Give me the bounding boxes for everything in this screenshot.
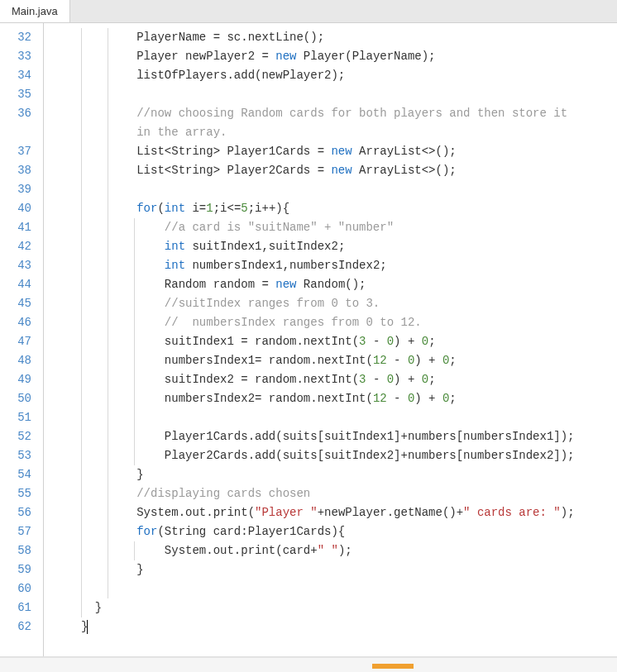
code-line[interactable] (81, 85, 617, 104)
token-num: 0 (422, 373, 428, 386)
code-line[interactable]: numbersIndex2= random.nextInt(12 - 0) + … (81, 389, 617, 408)
code-line[interactable]: //suitIndex ranges from 0 to 3. (81, 294, 617, 313)
line-number: 40 (0, 199, 31, 218)
indent-guide (108, 560, 108, 579)
token-id: suitIndex2 = random.nextInt( (165, 373, 359, 386)
indent-guide (134, 256, 135, 275)
token-id: } (95, 601, 102, 614)
code-line[interactable]: // numbersIndex ranges from 0 to 12. (81, 313, 617, 332)
code-line[interactable]: } (81, 465, 617, 484)
code-area[interactable]: PlayerName = sc.nextLine(); Player newPl… (81, 23, 617, 672)
line-number: 50 (0, 389, 31, 408)
token-cmt: //a card is "suitName" + "number" (165, 221, 394, 234)
line-number: 47 (0, 332, 31, 351)
token-id: Player newPlayer2 = (136, 50, 275, 63)
line-number: 52 (0, 427, 31, 446)
indent-guide (108, 332, 108, 351)
token-id: ArrayList<>(); (352, 164, 457, 177)
line-number: 58 (0, 541, 31, 560)
token-kw: int (165, 259, 185, 272)
line-number: 62 (0, 617, 31, 636)
indent-guide (81, 161, 82, 180)
minimap-highlight (372, 664, 414, 669)
code-line[interactable]: System.out.print(card+" "); (81, 541, 617, 560)
code-line[interactable]: //displaying cards chosen (81, 484, 617, 503)
indent-guide (108, 256, 108, 275)
indent-guide (134, 294, 135, 313)
token-id: ; (449, 354, 456, 367)
token-id: (String card:Player1Cards){ (157, 525, 345, 538)
code-line[interactable]: int numbersIndex1,numbersIndex2; (81, 256, 617, 275)
indent-guide (81, 66, 82, 85)
code-line[interactable]: listOfPlayers.add(newPlayer2); (81, 66, 617, 85)
indent-guide (81, 503, 82, 522)
line-number: 49 (0, 370, 31, 389)
token-id: ; (449, 392, 456, 405)
code-line[interactable]: for(String card:Player1Cards){ (81, 522, 617, 541)
indent-guide (134, 313, 135, 332)
line-number: 45 (0, 294, 31, 313)
indent-guide (81, 199, 82, 218)
indent-guide (81, 465, 82, 484)
token-id: List<String> Player1Cards = (136, 145, 331, 158)
code-line[interactable]: } (81, 560, 617, 579)
indent-guide (108, 503, 108, 522)
line-number: 55 (0, 484, 31, 503)
code-line[interactable]: Random random = new Random(); (81, 275, 617, 294)
indent-guide (108, 465, 108, 484)
code-editor[interactable]: 3233343536373839404142434445464748495051… (0, 23, 617, 672)
indent-guide (81, 389, 82, 408)
line-number: 34 (0, 66, 31, 85)
code-line[interactable]: //now choosing Random cards for both pla… (81, 104, 617, 123)
code-line[interactable]: in the array. (81, 123, 617, 142)
text-cursor (87, 620, 88, 634)
file-tab[interactable]: Main.java (0, 0, 70, 22)
indent-guide (81, 560, 82, 579)
line-number-gutter: 3233343536373839404142434445464748495051… (0, 23, 40, 672)
code-line[interactable]: suitIndex1 = random.nextInt(3 - 0) + 0; (81, 332, 617, 351)
token-id: - (366, 335, 386, 348)
token-id: +newPlayer.getName()+ (318, 506, 463, 519)
indent-guide (81, 351, 82, 370)
code-line[interactable]: } (81, 598, 617, 617)
code-line[interactable]: //a card is "suitName" + "number" (81, 218, 617, 237)
code-line[interactable]: int suitIndex1,suitIndex2; (81, 237, 617, 256)
token-num: 0 (387, 373, 394, 386)
code-line[interactable]: Player1Cards.add(suits[suitIndex1]+numbe… (81, 427, 617, 446)
line-number: 46 (0, 313, 31, 332)
token-num: 0 (387, 335, 394, 348)
indent-guide (108, 370, 108, 389)
code-line[interactable]: List<String> Player1Cards = new ArrayLis… (81, 142, 617, 161)
code-line[interactable]: for(int i=1;i<=5;i++){ (81, 199, 617, 218)
indent-guide (108, 313, 108, 332)
indent-guide (108, 446, 108, 465)
code-line[interactable] (81, 579, 617, 598)
indent-guide (81, 218, 82, 237)
code-line[interactable]: numbersIndex1= random.nextInt(12 - 0) + … (81, 351, 617, 370)
code-line[interactable]: } (81, 617, 617, 636)
code-line[interactable]: Player2Cards.add(suits[suitIndex2]+numbe… (81, 446, 617, 465)
indent-guide (81, 598, 82, 617)
token-id: ; (428, 335, 435, 348)
line-number: 33 (0, 47, 31, 66)
indent-guide (134, 370, 135, 389)
indent-guide (108, 85, 108, 104)
code-line[interactable] (81, 180, 617, 199)
indent-guide (108, 522, 108, 541)
code-line[interactable] (81, 408, 617, 427)
token-kw: new (331, 145, 352, 158)
indent-guide (81, 484, 82, 503)
indent-guide (81, 541, 82, 560)
indent-guide (134, 427, 135, 446)
indent-guide (81, 313, 82, 332)
code-line[interactable]: suitIndex2 = random.nextInt(3 - 0) + 0; (81, 370, 617, 389)
code-line[interactable]: Player newPlayer2 = new Player(PlayerNam… (81, 47, 617, 66)
indent-guide (81, 294, 82, 313)
token-kw: new (275, 278, 296, 291)
code-line[interactable]: System.out.print("Player "+newPlayer.get… (81, 503, 617, 522)
code-line[interactable]: PlayerName = sc.nextLine(); (81, 28, 617, 47)
code-line[interactable]: List<String> Player2Cards = new ArrayLis… (81, 161, 617, 180)
token-cmt: //now choosing Random cards for both pla… (136, 107, 567, 120)
line-number: 59 (0, 560, 31, 579)
token-id: - (387, 392, 408, 405)
